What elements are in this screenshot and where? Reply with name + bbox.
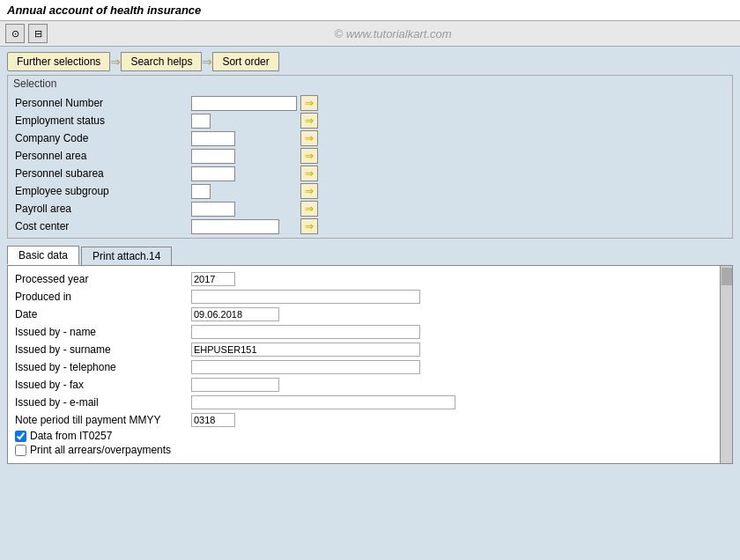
arrow-btn-cost-center[interactable]: ⇒ bbox=[300, 218, 318, 234]
basic-data-label: Basic data bbox=[18, 249, 68, 262]
row-issued-surname: Issued by - surname bbox=[15, 342, 725, 357]
row-issued-email: Issued by - e-mail bbox=[15, 394, 725, 410]
input-personnel-area[interactable] bbox=[191, 149, 235, 164]
back-button[interactable]: ⊙ bbox=[5, 24, 25, 43]
tab-arrow-2: ⇒ bbox=[202, 55, 212, 69]
scrollbar[interactable] bbox=[720, 266, 732, 463]
tab-sort-order[interactable]: Sort order bbox=[212, 52, 278, 71]
sort-order-label: Sort order bbox=[222, 55, 269, 68]
lower-section: Basic data Print attach.14 Processed yea… bbox=[7, 246, 733, 464]
row-processed-year: Processed year bbox=[15, 271, 725, 287]
input-personnel-number[interactable] bbox=[191, 96, 297, 111]
tab-print-attach[interactable]: Print attach.14 bbox=[81, 247, 172, 265]
arrow-btn-payroll-area[interactable]: ⇒ bbox=[300, 201, 318, 217]
lower-tab-bar: Basic data Print attach.14 bbox=[7, 246, 733, 265]
tab-basic-data[interactable]: Basic data bbox=[7, 246, 79, 265]
toolbar: ⊙ ⊟ © www.tutorialkart.com bbox=[0, 21, 740, 47]
tab-search-helps[interactable]: Search helps bbox=[121, 52, 202, 71]
arrow-btn-employee-subgroup[interactable]: ⇒ bbox=[300, 183, 318, 199]
input-cost-center[interactable] bbox=[191, 219, 279, 234]
row-date: Date bbox=[15, 306, 725, 322]
input-payroll-area[interactable] bbox=[191, 202, 235, 217]
label-company-code: Company Code bbox=[15, 131, 191, 145]
back-icon: ⊙ bbox=[11, 28, 19, 40]
further-selections-label: Further selections bbox=[17, 55, 100, 68]
label-processed-year: Processed year bbox=[15, 273, 191, 285]
title-bar: Annual account of health insurance bbox=[0, 0, 740, 21]
label-date: Date bbox=[15, 308, 191, 321]
label-data-it0257: Data from IT0257 bbox=[30, 430, 112, 442]
label-print-arrears: Print all arrears/overpayments bbox=[30, 444, 171, 456]
layout-icon: ⊟ bbox=[34, 28, 42, 40]
input-produced-in[interactable] bbox=[191, 290, 420, 304]
label-issued-name: Issued by - name bbox=[15, 326, 191, 338]
label-note-period: Note period till payment MMYY bbox=[15, 414, 191, 426]
basic-data-content: Processed year Produced in Date Issued b… bbox=[7, 265, 733, 464]
top-tab-row: Further selections ⇒ Search helps ⇒ Sort… bbox=[0, 47, 740, 71]
row-print-arrears: Print all arrears/overpayments bbox=[15, 444, 725, 456]
layout-button[interactable]: ⊟ bbox=[28, 24, 48, 43]
label-issued-telephone: Issued by - telephone bbox=[15, 361, 191, 373]
selection-section: Selection Personnel Number ⇒ Employment … bbox=[7, 75, 733, 239]
tab-arrow-1: ⇒ bbox=[110, 55, 121, 69]
label-issued-fax: Issued by - fax bbox=[15, 379, 191, 391]
label-employee-subgroup: Employee subgroup bbox=[15, 184, 191, 198]
input-issued-name[interactable] bbox=[191, 325, 420, 339]
input-issued-email[interactable] bbox=[191, 395, 455, 409]
input-issued-fax[interactable] bbox=[191, 378, 279, 392]
arrow-btn-company-code[interactable]: ⇒ bbox=[300, 130, 318, 146]
scrollbar-thumb bbox=[722, 268, 732, 285]
row-note-period: Note period till payment MMYY bbox=[15, 412, 725, 428]
label-personnel-area: Personnel area bbox=[15, 149, 191, 163]
input-issued-surname[interactable] bbox=[191, 343, 420, 357]
selection-title: Selection bbox=[8, 76, 732, 92]
input-date[interactable] bbox=[191, 307, 279, 321]
input-processed-year[interactable] bbox=[191, 272, 235, 286]
checkbox-data-it0257[interactable] bbox=[15, 431, 26, 442]
row-issued-fax: Issued by - fax bbox=[15, 377, 725, 393]
label-personnel-number: Personnel Number bbox=[15, 96, 191, 110]
arrow-btn-personnel-area[interactable]: ⇒ bbox=[300, 148, 318, 164]
arrow-btn-personnel-subarea[interactable]: ⇒ bbox=[300, 166, 318, 181]
row-issued-name: Issued by - name bbox=[15, 324, 725, 340]
input-note-period[interactable] bbox=[191, 413, 235, 427]
selection-grid: Personnel Number ⇒ Employment status ⇒ C… bbox=[8, 92, 732, 238]
print-attach-label: Print attach.14 bbox=[92, 250, 160, 262]
label-issued-email: Issued by - e-mail bbox=[15, 396, 191, 409]
label-employment-status: Employment status bbox=[15, 114, 191, 128]
row-produced-in: Produced in bbox=[15, 289, 725, 305]
checkbox-print-arrears[interactable] bbox=[15, 445, 26, 456]
input-employee-subgroup[interactable] bbox=[191, 184, 211, 199]
input-personnel-subarea[interactable] bbox=[191, 166, 235, 181]
arrow-btn-personnel-number[interactable]: ⇒ bbox=[300, 95, 318, 111]
arrow-btn-employment-status[interactable]: ⇒ bbox=[300, 113, 318, 129]
page-title: Annual account of health insurance bbox=[7, 4, 201, 17]
label-personnel-subarea: Personnel subarea bbox=[15, 166, 191, 181]
row-data-it0257: Data from IT0257 bbox=[15, 430, 725, 442]
input-employment-status[interactable] bbox=[191, 114, 211, 129]
input-company-code[interactable] bbox=[191, 131, 235, 146]
label-cost-center: Cost center bbox=[15, 219, 191, 233]
search-helps-label: Search helps bbox=[130, 55, 192, 68]
label-issued-surname: Issued by - surname bbox=[15, 343, 191, 356]
label-produced-in: Produced in bbox=[15, 291, 191, 303]
watermark: © www.tutorialkart.com bbox=[51, 27, 735, 41]
row-issued-telephone: Issued by - telephone bbox=[15, 359, 725, 375]
tab-further-selections[interactable]: Further selections bbox=[7, 52, 110, 71]
input-issued-telephone[interactable] bbox=[191, 360, 420, 374]
label-payroll-area: Payroll area bbox=[15, 202, 191, 216]
